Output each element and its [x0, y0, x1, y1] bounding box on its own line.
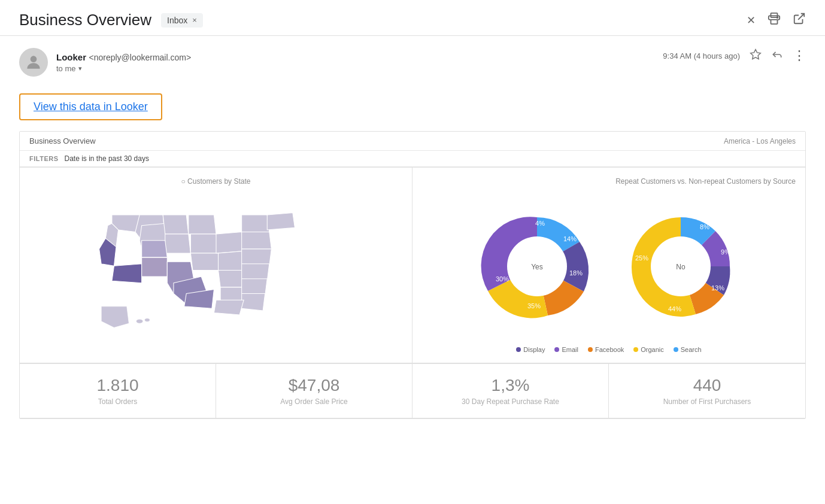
map-chart-cell: ○ Customers by State — [20, 168, 412, 363]
state-nd-sd — [163, 215, 189, 234]
dashboard-title: Business Overview — [29, 136, 96, 145]
charts-grid: ○ Customers by State — [20, 167, 805, 363]
reply-button[interactable] — [771, 48, 783, 63]
svg-text:Yes: Yes — [531, 263, 543, 271]
email-body: View this data in Looker Business Overvi… — [0, 84, 825, 419]
print-icon — [768, 12, 781, 28]
open-external-icon — [793, 12, 806, 28]
legend-dot-search — [674, 347, 678, 352]
state-ca-south — [111, 264, 141, 283]
sender-area: Looker <noreply@lookermail.com> to me ▾ — [19, 48, 191, 77]
donut-chart-cell: Repeat Customers vs. Non-repeat Customer… — [412, 168, 805, 363]
state-ak — [101, 306, 129, 328]
chevron-down-icon: ▾ — [78, 65, 82, 72]
legend-label-display: Display — [523, 346, 545, 353]
svg-line-3 — [798, 14, 804, 20]
stat-cell-repeat-rate: 1,3% 30 Day Repeat Purchase Rate — [412, 364, 609, 418]
state-wi-il — [190, 234, 218, 253]
stat-label-total-orders: Total Orders — [29, 397, 206, 406]
print-button[interactable] — [768, 12, 781, 28]
chart-legend: Display Email Facebook Organic — [516, 346, 701, 353]
to-me-text: to me — [56, 64, 76, 73]
stat-cell-total-orders: 1.810 Total Orders — [20, 364, 216, 418]
legend-label-facebook: Facebook — [595, 346, 624, 353]
dashboard-location: America - Los Angeles — [724, 137, 796, 145]
svg-text:8%: 8% — [700, 223, 709, 230]
svg-marker-5 — [751, 49, 761, 59]
yes-donut-svg: Yes 14% 18% 35% 30% 4% — [477, 207, 597, 326]
donuts-container: Yes 14% 18% 35% 30% 4% — [422, 192, 796, 341]
open-external-button[interactable] — [793, 12, 806, 28]
svg-text:No: No — [676, 263, 686, 271]
star-button[interactable] — [750, 48, 762, 63]
legend-dot-facebook — [588, 347, 593, 352]
stat-cell-avg-order: $47,08 Avg Order Sale Price — [216, 364, 412, 418]
state-la — [214, 300, 244, 315]
svg-point-4 — [31, 56, 37, 62]
dashboard-embed: Business Overview America - Los Angeles … — [19, 131, 806, 419]
more-icon: ⋮ — [793, 48, 806, 63]
svg-text:18%: 18% — [569, 269, 583, 277]
title-area: Business Overview Inbox × — [19, 11, 203, 29]
map-container — [29, 192, 402, 353]
state-me-nh — [267, 213, 295, 230]
to-me[interactable]: to me ▾ — [56, 64, 191, 73]
legend-search: Search — [674, 346, 702, 353]
stat-value-total-orders: 1.810 — [29, 376, 206, 395]
no-donut-svg: No 8% 9% 13% 44% 25% — [621, 207, 741, 326]
collapse-icon: ✕ — [747, 14, 756, 27]
legend-label-organic: Organic — [641, 346, 664, 353]
state-sc-ga — [241, 279, 267, 296]
header-icons: ✕ — [747, 12, 806, 28]
sender-email: <noreply@lookermail.com> — [89, 53, 191, 62]
state-mo-ks — [190, 253, 220, 270]
svg-text:25%: 25% — [635, 254, 648, 262]
state-hi-2 — [144, 318, 150, 322]
page-title: Business Overview — [19, 11, 151, 29]
email-timestamp: 9:34 AM (4 hours ago) — [663, 51, 740, 60]
stat-cell-first-purchasers: 440 Number of First Purchasers — [609, 364, 805, 418]
stat-value-avg-order: $47,08 — [226, 376, 402, 395]
inbox-badge: Inbox × — [161, 13, 203, 28]
stat-value-first-purchasers: 440 — [618, 376, 796, 395]
legend-dot-email — [554, 347, 559, 352]
svg-rect-1 — [771, 20, 778, 24]
collapse-button[interactable]: ✕ — [747, 14, 756, 27]
legend-dot-display — [516, 347, 521, 352]
stat-label-avg-order: Avg Order Sale Price — [226, 397, 402, 406]
chart2-title: Repeat Customers vs. Non-repeat Customer… — [422, 177, 796, 186]
chart1-title: ○ Customers by State — [29, 177, 402, 186]
svg-text:35%: 35% — [527, 302, 541, 309]
svg-text:44%: 44% — [668, 305, 681, 312]
filters-value: Date is in the past 30 days — [65, 154, 149, 163]
stats-grid: 1.810 Total Orders $47,08 Avg Order Sale… — [20, 363, 805, 418]
stat-label-first-purchasers: Number of First Purchasers — [618, 397, 796, 406]
star-icon — [750, 48, 762, 63]
dashboard-filters: FILTERS Date is in the past 30 days — [20, 151, 805, 167]
no-donut-wrap: No 8% 9% 13% 44% 25% — [621, 207, 741, 326]
legend-label-email: Email — [562, 346, 578, 353]
inbox-close-button[interactable]: × — [192, 16, 197, 25]
more-button[interactable]: ⋮ — [793, 48, 806, 63]
email-header: Business Overview Inbox × ✕ — [0, 0, 825, 36]
stat-label-repeat-rate: 30 Day Repeat Purchase Rate — [422, 397, 599, 406]
svg-text:13%: 13% — [711, 284, 724, 292]
svg-point-2 — [777, 17, 778, 18]
state-fl — [241, 294, 265, 311]
legend-dot-organic — [633, 347, 638, 352]
sender-name-line: Looker <noreply@lookermail.com> — [56, 52, 191, 63]
svg-text:9%: 9% — [721, 248, 730, 256]
view-looker-link[interactable]: View this data in Looker — [19, 93, 162, 120]
filters-label: FILTERS — [29, 155, 59, 162]
email-meta: Looker <noreply@lookermail.com> to me ▾ … — [0, 36, 825, 84]
state-mi-oh — [216, 232, 244, 254]
legend-facebook: Facebook — [588, 346, 624, 353]
legend-display: Display — [516, 346, 545, 353]
legend-email: Email — [554, 346, 578, 353]
svg-text:4%: 4% — [535, 220, 545, 227]
state-mn-ia — [188, 215, 216, 234]
sender-name: Looker — [56, 52, 86, 62]
legend-organic: Organic — [633, 346, 664, 353]
state-nc — [241, 264, 269, 281]
dashboard-header: Business Overview America - Los Angeles — [20, 132, 805, 151]
